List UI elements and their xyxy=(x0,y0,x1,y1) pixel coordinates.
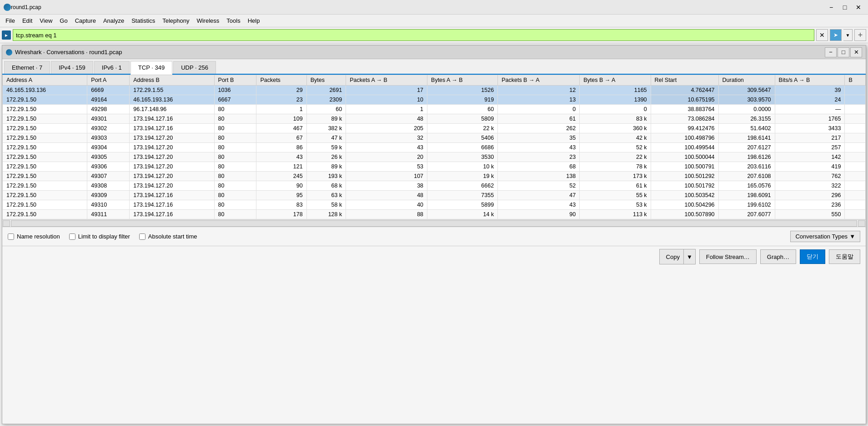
table-cell: 19 k xyxy=(427,172,498,181)
menu-edit[interactable]: Edit xyxy=(19,15,36,26)
table-row[interactable]: 172.29.1.5049308173.194.127.20809068 k38… xyxy=(3,181,866,191)
table-cell: 47 k xyxy=(306,133,346,143)
col-bytes-a-b[interactable]: Bytes A → B xyxy=(427,75,498,86)
table-cell: 121 xyxy=(256,162,306,172)
filter-input[interactable] xyxy=(13,29,814,41)
table-cell: 14 k xyxy=(427,210,498,219)
table-cell: 109 xyxy=(256,114,306,124)
conversation-types-button[interactable]: Conversation Types ▼ xyxy=(790,231,860,242)
table-cell xyxy=(845,181,866,191)
tab-ipv6[interactable]: IPv6 · 1 xyxy=(94,61,130,74)
menu-go[interactable]: Go xyxy=(56,15,71,26)
action-row: Copy ▼ Follow Stream… Graph… 닫기 도움말 xyxy=(2,246,866,267)
col-port-b[interactable]: Port B xyxy=(214,75,256,86)
table-cell: 12 xyxy=(498,86,580,95)
table-row[interactable]: 172.29.1.5049302173.194.127.1680467382 k… xyxy=(3,124,866,133)
follow-stream-button[interactable]: Follow Stream… xyxy=(699,249,757,264)
filter-add-button[interactable]: + xyxy=(854,29,866,41)
menu-view[interactable]: View xyxy=(36,15,56,26)
col-bits-a-b[interactable]: Bits/s A → B xyxy=(775,75,845,86)
table-cell: 17 xyxy=(346,86,427,95)
table-row[interactable]: 172.29.1.504929896.17.148.96801601600038… xyxy=(3,105,866,114)
copy-button[interactable]: Copy xyxy=(660,249,683,264)
menu-wireless[interactable]: Wireless xyxy=(193,15,223,26)
col-bits-b-a[interactable]: B xyxy=(845,75,866,86)
menu-help[interactable]: Help xyxy=(244,15,264,26)
table-cell: 245 xyxy=(256,172,306,181)
copy-dropdown-button[interactable]: ▼ xyxy=(683,249,695,264)
menu-statistics[interactable]: Statistics xyxy=(128,15,159,26)
conversations-table-container[interactable]: Address A Port A Address B Port B Packet… xyxy=(2,75,866,219)
col-address-a[interactable]: Address A xyxy=(3,75,87,86)
table-cell: 6669 xyxy=(87,86,130,95)
table-cell: 61 xyxy=(498,114,580,124)
table-row[interactable]: 172.29.1.5049305173.194.127.20804326 k20… xyxy=(3,152,866,162)
table-cell: 48 xyxy=(346,191,427,200)
dialog-minimize-button[interactable]: − xyxy=(825,47,837,57)
absolute-start-checkbox[interactable] xyxy=(139,233,146,240)
col-rel-start[interactable]: Rel Start xyxy=(651,75,718,86)
table-cell: 322 xyxy=(775,181,845,191)
table-row[interactable]: 172.29.1.5049304173.194.127.20808659 k43… xyxy=(3,143,866,152)
minimize-button[interactable]: − xyxy=(825,3,837,12)
col-bytes-b-a[interactable]: Bytes B → A xyxy=(580,75,651,86)
table-cell: 0.0000 xyxy=(718,105,775,114)
table-cell: 35 xyxy=(498,133,580,143)
tab-ethernet[interactable]: Ethernet · 7 xyxy=(4,61,50,74)
dialog-close-button[interactable]: ✕ xyxy=(850,47,862,57)
name-resolution-checkbox[interactable] xyxy=(8,233,14,240)
close-button[interactable]: ✕ xyxy=(853,3,864,12)
table-cell: 5899 xyxy=(427,200,498,210)
table-row[interactable]: 172.29.1.504916446.165.193.1366667232309… xyxy=(3,95,866,105)
horizontal-scrollbar[interactable] xyxy=(2,219,866,227)
table-cell: 198.6091 xyxy=(718,191,775,200)
table-row[interactable]: 172.29.1.5049306173.194.127.208012189 k5… xyxy=(3,162,866,172)
menu-tools[interactable]: Tools xyxy=(223,15,244,26)
graph-button[interactable]: Graph… xyxy=(760,249,796,264)
table-cell: 2309 xyxy=(306,95,346,105)
limit-filter-label[interactable]: Limit to display filter xyxy=(69,233,130,240)
tab-ipv4[interactable]: IPv4 · 159 xyxy=(51,61,93,74)
tab-tcp[interactable]: TCP · 349 xyxy=(130,61,172,75)
table-row[interactable]: 172.29.1.5049309173.194.127.16809563 k48… xyxy=(3,191,866,200)
filter-dropdown-button[interactable]: ▼ xyxy=(843,29,853,41)
table-row[interactable]: 172.29.1.5049301173.194.127.168010989 k4… xyxy=(3,114,866,124)
close-button-action[interactable]: 닫기 xyxy=(800,249,825,264)
limit-filter-checkbox[interactable] xyxy=(69,233,75,240)
name-resolution-label[interactable]: Name resolution xyxy=(8,233,60,240)
dialog-maximize-button[interactable]: □ xyxy=(838,47,849,57)
filter-apply-button[interactable]: ➤ xyxy=(830,29,842,41)
col-packets-b-a[interactable]: Packets B → A xyxy=(498,75,580,86)
menu-telephony[interactable]: Telephony xyxy=(159,15,193,26)
table-cell: — xyxy=(775,105,845,114)
tab-udp[interactable]: UDP · 256 xyxy=(173,61,216,74)
menu-capture[interactable]: Capture xyxy=(71,15,100,26)
table-row[interactable]: 172.29.1.5049307173.194.127.2080245193 k… xyxy=(3,172,866,181)
col-port-a[interactable]: Port A xyxy=(87,75,130,86)
col-packets-a-b[interactable]: Packets A → B xyxy=(346,75,427,86)
col-bytes[interactable]: Bytes xyxy=(306,75,346,86)
col-duration[interactable]: Duration xyxy=(718,75,775,86)
table-cell: 138 xyxy=(498,172,580,181)
table-row[interactable]: 172.29.1.5049311173.194.127.1680178128 k… xyxy=(3,210,866,219)
table-cell: 38.883764 xyxy=(651,105,718,114)
col-address-b[interactable]: Address B xyxy=(130,75,214,86)
conversations-dialog: Wireshark · Conversations · round1.pcap … xyxy=(2,45,866,424)
table-cell: 172.29.1.50 xyxy=(3,152,87,162)
absolute-start-label[interactable]: Absolute start time xyxy=(139,233,197,240)
maximize-button[interactable]: □ xyxy=(839,3,851,12)
table-cell: 165.0576 xyxy=(718,181,775,191)
help-button[interactable]: 도움말 xyxy=(829,249,860,264)
col-packets[interactable]: Packets xyxy=(256,75,306,86)
table-row[interactable]: 46.165.193.1366669172.29.1.5510362926911… xyxy=(3,86,866,95)
table-cell xyxy=(845,124,866,133)
menu-file[interactable]: File xyxy=(2,15,19,26)
table-row[interactable]: 172.29.1.5049303173.194.127.20806747 k32… xyxy=(3,133,866,143)
menu-analyze[interactable]: Analyze xyxy=(100,15,128,26)
table-cell: 1 xyxy=(256,105,306,114)
table-cell: 172.29.1.50 xyxy=(3,191,87,200)
table-row[interactable]: 172.29.1.5049310173.194.127.16808358 k40… xyxy=(3,200,866,210)
table-cell: 80 xyxy=(214,172,256,181)
table-cell: 22 k xyxy=(427,124,498,133)
filter-clear-button[interactable]: ✕ xyxy=(816,29,828,41)
